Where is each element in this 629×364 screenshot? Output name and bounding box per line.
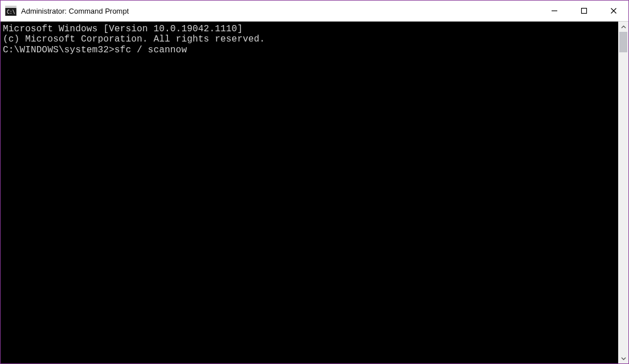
window-controls <box>540 1 628 21</box>
minimize-button[interactable] <box>540 1 569 21</box>
titlebar[interactable]: C:\ Administrator: Command Prompt <box>1 1 628 22</box>
close-button[interactable] <box>599 1 628 21</box>
command-input[interactable]: sfc / scannow <box>114 45 187 55</box>
terminal-line: (c) Microsoft Corporation. All rights re… <box>3 34 618 44</box>
title-left: C:\ Administrator: Command Prompt <box>5 6 129 16</box>
scroll-down-button[interactable] <box>618 353 628 363</box>
prompt-path: C:\WINDOWS\system32> <box>3 45 114 55</box>
terminal-line: Microsoft Windows [Version 10.0.19042.11… <box>3 24 618 34</box>
scroll-thumb[interactable] <box>619 32 627 52</box>
terminal-output[interactable]: Microsoft Windows [Version 10.0.19042.11… <box>1 22 618 363</box>
svg-rect-1 <box>5 6 17 8</box>
command-prompt-window: C:\ Administrator: Command Prompt Micros… <box>0 0 629 364</box>
vertical-scrollbar[interactable] <box>618 22 628 363</box>
prompt-line: C:\WINDOWS\system32>sfc / scannow <box>3 45 618 55</box>
window-title: Administrator: Command Prompt <box>21 7 129 15</box>
scroll-track[interactable] <box>618 32 628 353</box>
client-area: Microsoft Windows [Version 10.0.19042.11… <box>1 22 628 363</box>
svg-text:C:\: C:\ <box>7 10 15 15</box>
scroll-up-button[interactable] <box>618 22 628 32</box>
svg-rect-4 <box>582 9 587 14</box>
cmd-icon: C:\ <box>5 6 17 16</box>
maximize-button[interactable] <box>569 1 599 21</box>
